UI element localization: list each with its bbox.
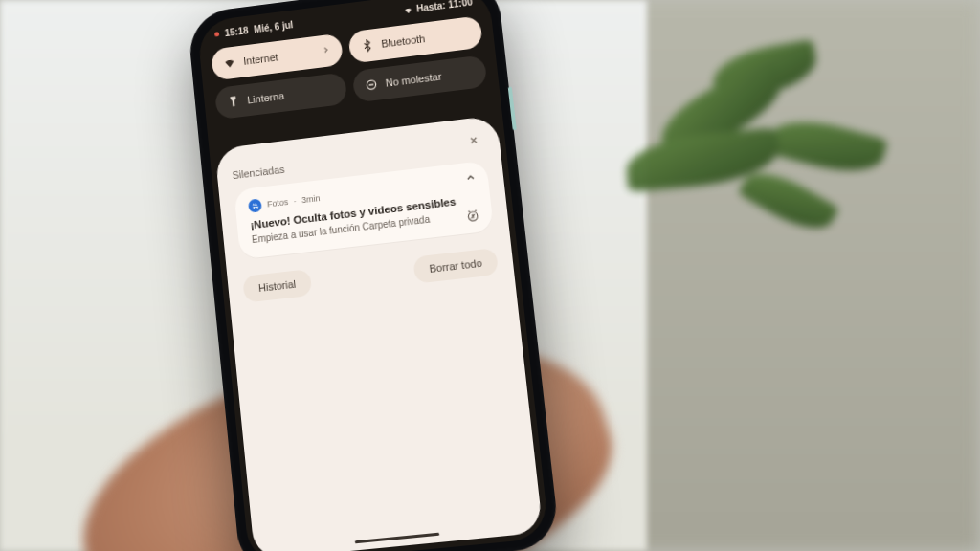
tile-label: Linterna: [247, 90, 285, 105]
recording-indicator-icon: [214, 32, 219, 36]
chevron-right-icon: [321, 45, 331, 57]
home-gesture-bar[interactable]: [355, 533, 440, 544]
status-time: 15:18: [224, 25, 249, 38]
snooze-icon[interactable]: [464, 208, 481, 225]
history-button[interactable]: Historial: [242, 269, 312, 303]
clear-all-button[interactable]: Borrar todo: [412, 248, 499, 284]
tile-label: Internet: [243, 52, 278, 67]
notification-panel: Silenciadas Fotos · 3min ¡Nuevo! Oculta …: [214, 115, 543, 551]
phone-screen: 15:18 Mié, 6 jul Hasta: 11:00 Internet: [196, 0, 549, 551]
chevron-up-icon[interactable]: [464, 171, 477, 186]
button-label: Historial: [258, 278, 297, 294]
notification-age: 3min: [301, 193, 321, 205]
notification-app-name: Fotos: [267, 197, 289, 209]
photos-app-icon: [248, 198, 262, 212]
button-label: Borrar todo: [429, 257, 482, 275]
bluetooth-icon: [360, 38, 374, 53]
tile-flashlight[interactable]: Linterna: [214, 72, 347, 120]
dnd-icon: [364, 77, 378, 92]
tile-label: No molestar: [385, 71, 442, 89]
panel-actions: Historial Borrar todo: [242, 248, 499, 303]
phone-frame: 15:18 Mié, 6 jul Hasta: 11:00 Internet: [187, 0, 561, 551]
wifi-icon: [403, 5, 413, 15]
flashlight-icon: [226, 95, 240, 109]
status-date: Mié, 6 jul: [254, 19, 294, 34]
tile-label: Bluetooth: [381, 33, 426, 49]
tile-dnd[interactable]: No molestar: [352, 55, 488, 102]
close-icon[interactable]: [464, 130, 483, 149]
wifi-icon: [222, 55, 236, 70]
notification-sep: ·: [293, 196, 296, 206]
